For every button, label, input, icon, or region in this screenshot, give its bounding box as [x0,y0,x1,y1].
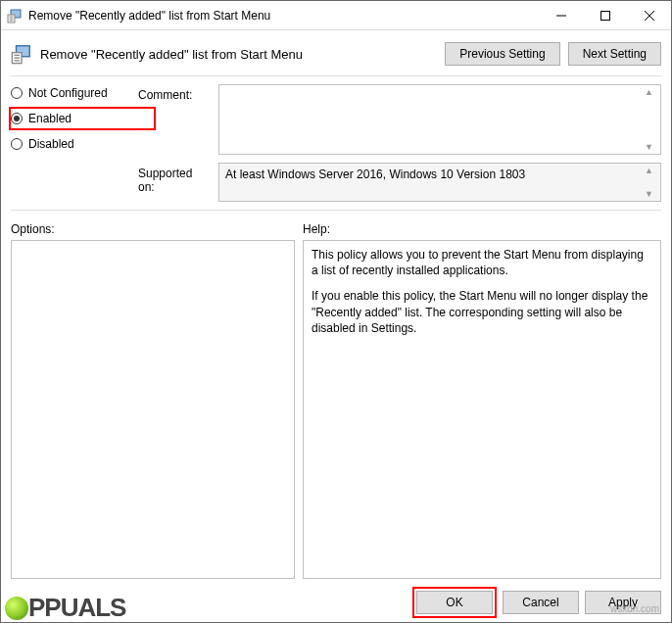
radio-label: Enabled [28,112,72,125]
scrollbar[interactable]: ▲▼ [645,166,658,199]
radio-not-configured[interactable]: Not Configured [11,86,128,100]
comment-input[interactable]: ▲▼ [218,84,661,155]
help-label: Help: [303,222,330,236]
radio-disabled[interactable]: Disabled [11,137,128,151]
policy-icon [7,8,23,24]
apply-button[interactable]: Apply [585,591,661,614]
minimize-button[interactable] [539,1,583,29]
cancel-button[interactable]: Cancel [503,591,579,614]
comment-label: Comment: [138,84,211,102]
help-panel: This policy allows you to prevent the St… [303,240,661,579]
help-text: This policy allows you to prevent the St… [312,247,652,278]
window-controls [539,1,671,29]
radio-label: Disabled [28,137,74,151]
svg-rect-6 [600,11,609,20]
policy-icon [11,43,32,65]
scrollbar[interactable]: ▲▼ [645,87,658,152]
close-button[interactable] [627,1,671,29]
window-title: Remove "Recently added" list from Start … [28,9,539,23]
chevron-down-icon: ▼ [645,142,658,152]
chevron-down-icon: ▼ [645,189,658,199]
options-panel [11,240,295,579]
next-setting-button[interactable]: Next Setting [568,42,661,66]
previous-setting-button[interactable]: Previous Setting [445,42,559,66]
policy-title: Remove "Recently added" list from Start … [40,47,437,62]
maximize-button[interactable] [583,1,627,29]
ok-button[interactable]: OK [416,591,493,614]
radio-enabled[interactable]: Enabled [9,107,156,130]
header: Remove "Recently added" list from Start … [1,30,671,75]
chevron-up-icon: ▲ [645,166,658,175]
help-text: If you enable this policy, the Start Men… [312,288,652,336]
options-label: Options: [11,222,303,236]
radio-label: Not Configured [28,86,108,100]
supported-on-label: Supported on: [138,163,211,194]
supported-on-value: At least Windows Server 2016, Windows 10… [218,163,661,202]
titlebar: Remove "Recently added" list from Start … [1,1,671,30]
chevron-up-icon: ▲ [645,87,658,97]
